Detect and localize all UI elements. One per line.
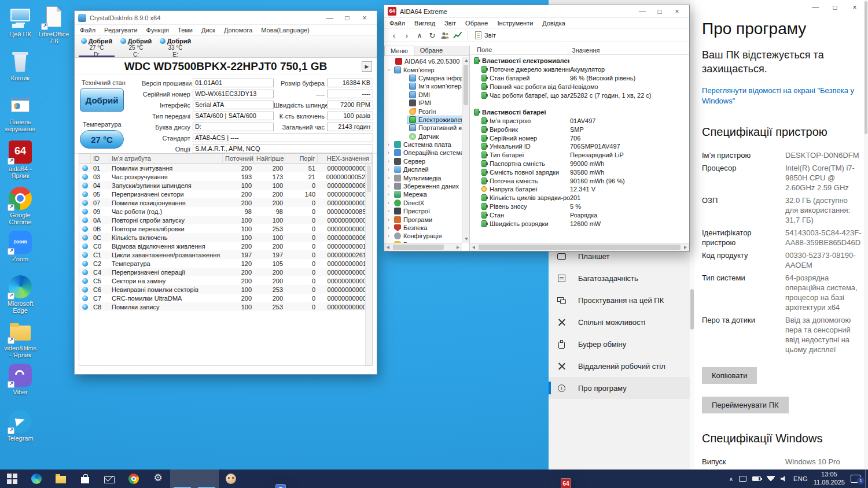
smart-table-row[interactable]: 05 Перепризначені сектори 200 200 140 00…: [79, 190, 372, 198]
smart-table-row[interactable]: C0 Відмова відключення живлення 200 200 …: [79, 242, 372, 250]
menu-item[interactable]: Теми: [178, 27, 193, 34]
menu-item[interactable]: Звіт: [444, 20, 456, 27]
menu-item[interactable]: Файл: [389, 20, 405, 27]
tree-expander-icon[interactable]: [385, 175, 392, 181]
detail-row[interactable]: Час роботи батареї, що залиш... 25282 с …: [470, 91, 689, 99]
smart-table-row[interactable]: C1 Цикли завантаження/розвантаження 197 …: [79, 250, 372, 259]
tree-expander-icon[interactable]: [385, 225, 392, 231]
copy-device-specs-button[interactable]: Копіювати: [702, 367, 757, 384]
smart-table-row[interactable]: C7 CRC-помилки UltraDMA 200 200 0 000000…: [79, 294, 372, 302]
tree-item[interactable]: Програми: [384, 215, 462, 223]
menu-item[interactable]: Інструменти: [497, 20, 533, 27]
detail-row[interactable]: Ім’я пристрою 01AV497: [470, 117, 689, 125]
settings-sidebar-item[interactable]: Спільні можливості: [549, 311, 690, 333]
detail-row[interactable]: Рівень зносу 5 %: [470, 202, 689, 211]
menu-item[interactable]: Вигляд: [414, 20, 435, 27]
chart-icon[interactable]: [451, 30, 464, 41]
taskbar-chrome[interactable]: [122, 469, 146, 488]
smart-table-row[interactable]: 0A Повторні спроби запуску 100 100 0 000…: [79, 216, 372, 224]
settings-sidebar-item[interactable]: Буфер обміну: [549, 333, 690, 355]
tree-item[interactable]: Мережа: [384, 190, 462, 198]
detail-row[interactable]: Напруга батареї 12.341 V: [470, 185, 689, 194]
tree-item[interactable]: Електроживлення: [384, 116, 462, 124]
tree-item[interactable]: Ім’я комп’ютера: [384, 82, 462, 90]
tree-item[interactable]: Портативний комп’ютер: [384, 124, 462, 132]
refresh-icon[interactable]: ↻: [426, 30, 439, 41]
id-column-header[interactable]: ID: [91, 154, 109, 163]
taskbar-crystaldiskinfo[interactable]: [194, 469, 219, 488]
detail-row[interactable]: Кількість циклів зарядки-розря... 201: [470, 194, 689, 202]
smart-table-row[interactable]: 0C Кількість включень 100 100 0 00000000…: [79, 233, 372, 242]
drive-tab[interactable]: Добрий 25 °C C:: [116, 36, 156, 57]
tree-expander-icon[interactable]: [385, 217, 392, 223]
hex-column-header[interactable]: HEX-значення: [318, 154, 372, 163]
tree-item[interactable]: Конфігурація: [384, 232, 462, 240]
smart-table-row[interactable]: 07 Помилки позиціонування 200 200 0 0000…: [79, 198, 372, 207]
desktop-icon-telegram[interactable]: Telegram: [3, 410, 37, 442]
wifi-icon[interactable]: [767, 476, 775, 482]
smart-table-row[interactable]: 09 Час роботи (год.) 98 98 0 00000000085…: [79, 207, 372, 216]
smart-table-row[interactable]: C5 Сектори на заміну 200 200 0 000000000…: [79, 276, 372, 285]
tree-horizontal-scrollbar[interactable]: [384, 243, 462, 251]
language-indicator[interactable]: ENG: [793, 475, 808, 482]
tree-item[interactable]: Мультимедіа: [384, 173, 462, 182]
desktop-icon-libreoffice[interactable]: LibreOffice 7.6: [37, 6, 71, 45]
minimize-icon[interactable]: —: [806, 0, 825, 15]
desktop-icon-edge[interactable]: Microsoft Edge: [3, 275, 37, 315]
rename-pc-button[interactable]: Перейменувати ПК: [702, 397, 789, 413]
tree-expander-icon[interactable]: [385, 183, 392, 189]
menu-item[interactable]: Диск: [201, 27, 215, 34]
menu-item[interactable]: Мова(Language): [261, 27, 310, 34]
taskbar-file-explorer[interactable]: [49, 469, 73, 488]
tree-expander-icon[interactable]: [385, 67, 392, 73]
tree-expander-icon[interactable]: [385, 208, 392, 214]
menu-item[interactable]: Функція: [146, 27, 169, 34]
attribute-column-header[interactable]: Ім’я атрибута: [109, 154, 223, 163]
smart-table-row[interactable]: C8 Помилки запису 100 253 0 000000000000: [79, 302, 372, 311]
taskbar-edge[interactable]: [24, 469, 49, 488]
tree-item[interactable]: Збереження даних: [384, 182, 462, 190]
tree-item[interactable]: Пристрої: [384, 207, 462, 215]
tree-expander-icon[interactable]: [385, 142, 392, 147]
tree-item[interactable]: AIDA64 v6.20.5300: [384, 57, 462, 65]
detail-row[interactable]: Серійний номер 706: [470, 134, 689, 142]
battery-icon[interactable]: [752, 476, 761, 481]
show-desktop-strip[interactable]: [865, 469, 868, 488]
tree-expander-icon[interactable]: [385, 191, 392, 197]
drive-tab[interactable]: Добрий 33 °C E:: [156, 36, 195, 57]
tree-item[interactable]: Сервер: [384, 157, 462, 165]
tray-expand-icon[interactable]: ∧: [729, 476, 733, 482]
nav-tab[interactable]: Обране: [414, 46, 448, 56]
menu-item[interactable]: Довідка: [542, 20, 565, 27]
detail-row[interactable]: Поточне джерело живлення Акумулятор: [470, 65, 689, 74]
detail-row[interactable]: Властивості батареї: [470, 108, 689, 117]
detail-row[interactable]: Швидкість розрядки 12600 mW: [470, 219, 689, 228]
next-drive-icon[interactable]: ▶: [362, 61, 372, 72]
desktop-icon-chrome[interactable]: Google Chrome: [3, 187, 37, 226]
detail-row[interactable]: Паспортна ємність 99000 mWh: [470, 160, 689, 168]
tree-item[interactable]: Комп’ютер: [384, 65, 462, 73]
sidebar-scrollbar[interactable]: [690, 0, 694, 469]
detail-row[interactable]: Властивості електроживлення: [470, 57, 689, 65]
minimize-icon[interactable]: —: [321, 14, 339, 22]
tree-item[interactable]: DMI: [384, 91, 462, 99]
smart-table-row[interactable]: C6 Невиправні помилки секторів 100 253 0…: [79, 285, 372, 294]
value-column-header[interactable]: Значення: [568, 47, 600, 54]
desktop-icon-aida64[interactable]: aida64 - Ярлик: [3, 141, 37, 180]
maximize-icon[interactable]: □: [651, 8, 668, 16]
tree-item[interactable]: Розгін: [384, 107, 462, 115]
worst-column-header[interactable]: Найгірше: [254, 154, 285, 163]
settings-sidebar-item[interactable]: Віддалений робочий стіл: [549, 355, 690, 377]
tree-item[interactable]: DirectX: [384, 199, 462, 207]
smart-table-row[interactable]: C2 Температура 120 105 0 000000000018: [79, 259, 372, 268]
tree-item[interactable]: Операційна система: [384, 149, 462, 157]
smart-table-row[interactable]: 01 Помилки зчитування 200 200 51 0000000…: [79, 164, 372, 172]
cdi-titlebar[interactable]: CrystalDiskInfo 8.9.0 x64 — □ ×: [75, 11, 377, 25]
maximize-icon[interactable]: □: [825, 0, 845, 15]
taskbar-settings[interactable]: [146, 469, 170, 488]
health-status-button[interactable]: Добрий: [80, 88, 124, 112]
taskbar-mail[interactable]: [97, 469, 122, 488]
menu-item[interactable]: Допомога: [224, 27, 252, 34]
tree-vertical-scrollbar[interactable]: [462, 57, 469, 243]
tree-item[interactable]: Сумарна інформація: [384, 74, 462, 82]
